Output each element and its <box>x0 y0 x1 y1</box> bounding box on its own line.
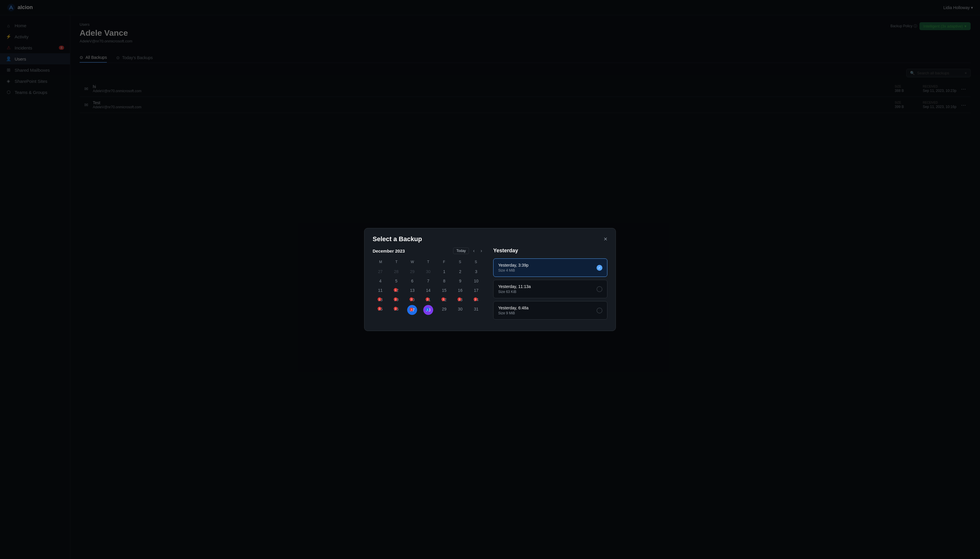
dot-24: 3 <box>474 298 478 301</box>
cal-day-6[interactable]: 6 <box>405 277 420 285</box>
dot-23: 3 <box>458 298 461 301</box>
cal-day-13[interactable]: 13 <box>405 286 420 294</box>
backup-option-2-time: Yesterday, 11:13a <box>498 284 530 289</box>
calendar-grid: M T W T F S S 27 28 29 3 <box>373 259 484 315</box>
backup-option-3-info: Yesterday, 6:48a Size 9 MiB <box>498 306 529 315</box>
cal-day-18[interactable]: 181 <box>373 296 388 304</box>
backup-option-1-info: Yesterday, 3:39p Size 4 MiB <box>498 263 529 273</box>
cal-day-4[interactable]: 4 <box>373 277 388 285</box>
backup-option-2-size: Size 63 KiB <box>498 290 530 294</box>
modal-body: December 2023 Today ‹ › M T W T F S <box>364 248 616 331</box>
backup-option-3[interactable]: Yesterday, 6:48a Size 9 MiB <box>493 301 607 319</box>
dot-21: 3 <box>426 298 430 301</box>
radio-2 <box>597 286 602 292</box>
cal-day-28-selected[interactable]: 281 <box>423 305 433 315</box>
calendar-next-button[interactable]: › <box>479 248 484 254</box>
dot-20: 3 <box>410 298 413 301</box>
modal-close-button[interactable]: × <box>603 236 607 242</box>
dot-28-sel: 1 <box>426 308 430 311</box>
cal-day-19[interactable]: 193 <box>389 296 404 304</box>
calendar-month-label: December 2023 <box>373 248 405 253</box>
dot-12: 1 <box>394 288 398 292</box>
backup-list-title: Yesterday <box>493 248 607 254</box>
radio-1: ✓ <box>597 265 602 271</box>
cal-day-22[interactable]: 223 <box>436 296 452 304</box>
cal-day-29-nov[interactable]: 29 <box>405 268 420 276</box>
day-header-s2: S <box>468 259 484 265</box>
cal-day-1[interactable]: 1 <box>436 268 452 276</box>
cal-day-17[interactable]: 17 <box>468 286 484 294</box>
dot-22: 3 <box>441 298 445 301</box>
modal-header: Select a Backup × <box>364 228 616 248</box>
modal-title: Select a Backup <box>373 235 422 243</box>
backup-list: Yesterday Yesterday, 3:39p Size 4 MiB ✓ … <box>493 248 607 322</box>
cal-day-10[interactable]: 10 <box>468 277 484 285</box>
cal-day-2[interactable]: 2 <box>453 268 468 276</box>
cal-day-27-selected[interactable]: 273 <box>407 305 417 315</box>
backup-option-1[interactable]: Yesterday, 3:39p Size 4 MiB ✓ <box>493 258 607 277</box>
cal-day-30-nov[interactable]: 30 <box>421 268 436 276</box>
cal-day-3[interactable]: 3 <box>468 268 484 276</box>
cal-day-12[interactable]: 121 <box>389 286 404 294</box>
calendar-week-1: 27 28 29 30 1 2 3 <box>373 268 484 276</box>
dot-19: 3 <box>394 298 398 301</box>
day-header-s1: S <box>452 259 468 265</box>
cal-day-20[interactable]: 203 <box>405 296 420 304</box>
select-backup-modal: Select a Backup × December 2023 Today ‹ … <box>364 228 616 331</box>
calendar: December 2023 Today ‹ › M T W T F S <box>373 248 484 322</box>
day-header-w: W <box>405 259 420 265</box>
cal-day-30[interactable]: 30 <box>453 305 468 315</box>
day-headers: M T W T F S S <box>373 259 484 265</box>
calendar-week-3: 11 121 13 14 15 16 17 <box>373 286 484 294</box>
calendar-week-2: 4 5 6 7 8 9 10 <box>373 277 484 285</box>
calendar-week-4: 181 193 203 213 <box>373 296 484 304</box>
cal-day-31[interactable]: 31 <box>468 305 484 315</box>
cal-day-9[interactable]: 9 <box>453 277 468 285</box>
backup-option-3-size: Size 9 MiB <box>498 311 529 315</box>
cal-day-16[interactable]: 16 <box>453 286 468 294</box>
cal-day-15[interactable]: 15 <box>436 286 452 294</box>
cal-day-21[interactable]: 213 <box>421 296 436 304</box>
cal-day-29[interactable]: 29 <box>436 305 452 315</box>
calendar-prev-button[interactable]: ‹ <box>471 248 476 254</box>
cal-day-11[interactable]: 11 <box>373 286 388 294</box>
radio-3 <box>597 308 602 313</box>
modal-overlay: Select a Backup × December 2023 Today ‹ … <box>0 0 980 559</box>
day-header-f: F <box>436 259 452 265</box>
cal-day-27-nov[interactable]: 27 <box>373 268 388 276</box>
cal-day-8[interactable]: 8 <box>436 277 452 285</box>
dot-18: 1 <box>378 298 382 301</box>
dot-27-sel: 3 <box>410 308 413 311</box>
calendar-weeks: 27 28 29 30 1 2 3 4 5 6 <box>373 268 484 315</box>
day-header-t2: T <box>420 259 436 265</box>
cal-day-7[interactable]: 7 <box>421 277 436 285</box>
calendar-nav: December 2023 Today ‹ › <box>373 248 484 254</box>
cal-day-23[interactable]: 233 <box>453 296 468 304</box>
cal-day-14[interactable]: 14 <box>421 286 436 294</box>
backup-option-2-info: Yesterday, 11:13a Size 63 KiB <box>498 284 530 294</box>
backup-option-1-size: Size 4 MiB <box>498 268 529 273</box>
day-header-t1: T <box>388 259 404 265</box>
cal-day-5[interactable]: 5 <box>389 277 404 285</box>
dot-26: 3 <box>394 307 398 311</box>
dot-25: 3 <box>378 307 382 311</box>
cal-day-25[interactable]: 253 <box>373 305 388 315</box>
cal-day-24[interactable]: 243 <box>468 296 484 304</box>
calendar-week-5: 253 263 273 281 29 <box>373 305 484 315</box>
cal-day-28-nov[interactable]: 28 <box>389 268 404 276</box>
backup-option-3-time: Yesterday, 6:48a <box>498 306 529 310</box>
backup-option-1-time: Yesterday, 3:39p <box>498 263 529 268</box>
cal-day-26[interactable]: 263 <box>389 305 404 315</box>
backup-option-2[interactable]: Yesterday, 11:13a Size 63 KiB <box>493 280 607 298</box>
day-header-m: M <box>373 259 388 265</box>
today-button[interactable]: Today <box>453 248 469 254</box>
calendar-controls: Today ‹ › <box>453 248 484 254</box>
